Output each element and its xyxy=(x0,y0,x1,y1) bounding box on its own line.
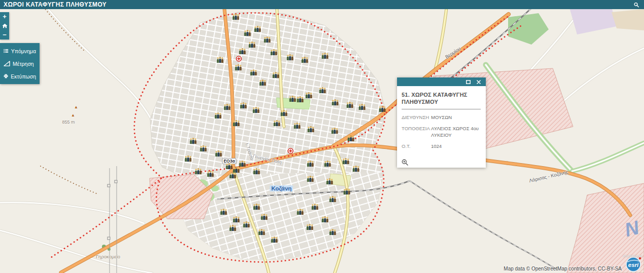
refuge-area-marker[interactable] xyxy=(235,63,242,72)
sidebar-item-print[interactable]: Εκτύπωση xyxy=(0,70,40,83)
crowd-icon xyxy=(261,213,268,220)
crowd-icon xyxy=(200,145,207,151)
crowd-icon xyxy=(264,36,271,43)
popup-maximize-button[interactable] xyxy=(465,79,471,85)
refuge-area-marker[interactable] xyxy=(301,56,309,65)
first-aid-marker[interactable] xyxy=(236,55,242,64)
refuge-area-marker[interactable] xyxy=(287,53,294,62)
map-attribution: Map data © OpenStreetMap contributors, C… xyxy=(504,266,622,271)
refuge-area-marker[interactable] xyxy=(207,170,214,179)
refuge-area-marker[interactable] xyxy=(214,111,222,121)
crowd-icon xyxy=(215,150,223,157)
crowd-icon xyxy=(346,101,354,108)
crowd-icon xyxy=(319,87,327,93)
refuge-area-marker[interactable] xyxy=(232,13,240,22)
refuge-area-marker[interactable] xyxy=(347,134,355,143)
popup-close-button[interactable] xyxy=(476,79,482,85)
refuge-area-marker[interactable] xyxy=(200,144,207,153)
zoom-out-button[interactable]: − xyxy=(0,30,9,40)
crowd-icon xyxy=(307,160,314,167)
crowd-icon xyxy=(332,99,339,105)
app-header: ΧΩΡΟΙ ΚΑΤΑΦΥΓΗΣ ΠΛΗΘΥΣΜΟΥ xyxy=(0,0,644,9)
refuge-area-marker[interactable] xyxy=(264,35,271,45)
refuge-area-marker[interactable] xyxy=(239,160,246,169)
refuge-area-marker[interactable] xyxy=(271,236,278,245)
refuge-area-marker[interactable] xyxy=(280,109,288,118)
refuge-area-marker[interactable] xyxy=(329,228,337,237)
crowd-icon xyxy=(359,103,366,110)
refuge-area-marker[interactable] xyxy=(217,56,224,65)
refuge-area-marker[interactable] xyxy=(332,98,339,107)
refuge-area-marker[interactable] xyxy=(233,215,240,224)
refuge-area-marker[interactable] xyxy=(224,103,231,112)
refuge-area-marker[interactable] xyxy=(229,171,237,180)
home-button[interactable] xyxy=(0,21,9,30)
refuge-area-marker[interactable] xyxy=(250,68,258,77)
refuge-area-marker[interactable] xyxy=(220,208,228,217)
first-aid-marker[interactable] xyxy=(288,147,294,156)
refuge-area-marker[interactable] xyxy=(243,220,251,229)
svg-text:esri: esri xyxy=(628,262,639,268)
refuge-area-marker[interactable] xyxy=(253,106,260,115)
refuge-area-marker[interactable] xyxy=(289,95,297,104)
refuge-area-marker[interactable] xyxy=(305,91,313,100)
refuge-area-marker[interactable] xyxy=(297,95,304,104)
field-value: 1024 xyxy=(431,143,442,149)
refuge-area-marker[interactable] xyxy=(226,162,233,171)
refuge-area-marker[interactable] xyxy=(253,167,261,176)
refuge-area-marker[interactable] xyxy=(307,175,314,184)
refuge-area-marker[interactable] xyxy=(331,127,339,136)
refuge-area-marker[interactable] xyxy=(329,195,337,204)
refuge-area-marker[interactable] xyxy=(294,122,301,131)
refuge-area-marker[interactable] xyxy=(258,228,266,237)
refuge-area-marker[interactable] xyxy=(233,119,240,128)
crowd-icon xyxy=(306,223,314,230)
crowd-icon xyxy=(232,13,240,20)
zoom-to-feature-button[interactable] xyxy=(402,159,408,167)
refuge-area-marker[interactable] xyxy=(273,119,281,128)
refuge-area-marker[interactable] xyxy=(270,48,278,57)
refuge-area-marker[interactable] xyxy=(185,154,192,164)
refuge-area-marker[interactable] xyxy=(324,160,332,169)
refuge-area-marker[interactable] xyxy=(254,25,262,34)
refuge-area-marker[interactable] xyxy=(195,167,202,176)
refuge-area-marker[interactable] xyxy=(297,208,304,217)
refuge-area-marker[interactable] xyxy=(240,101,247,110)
refuge-area-marker[interactable] xyxy=(272,71,280,80)
crowd-icon xyxy=(321,52,329,59)
refuge-area-marker[interactable] xyxy=(342,157,350,166)
refuge-area-marker[interactable] xyxy=(259,79,267,88)
refuge-area-marker[interactable] xyxy=(311,203,319,212)
refuge-area-marker[interactable] xyxy=(190,137,197,146)
refuge-area-marker[interactable] xyxy=(346,101,354,110)
refuge-area-marker[interactable] xyxy=(229,224,237,233)
refuge-area-marker[interactable] xyxy=(359,103,366,112)
refuge-area-marker[interactable] xyxy=(253,203,261,212)
powered-by-label: POWERED BY xyxy=(623,255,642,258)
refuge-area-marker[interactable] xyxy=(352,165,360,174)
refuge-area-marker[interactable] xyxy=(321,52,329,61)
refuge-area-marker[interactable] xyxy=(261,213,268,222)
search-button[interactable] xyxy=(631,0,642,9)
refuge-area-marker[interactable] xyxy=(307,160,314,169)
refuge-area-marker[interactable] xyxy=(306,223,314,232)
home-icon xyxy=(2,23,8,28)
refuge-area-marker[interactable] xyxy=(215,149,223,159)
map-canvas[interactable] xyxy=(0,0,644,273)
refuge-area-marker[interactable] xyxy=(321,215,329,224)
refuge-area-marker[interactable] xyxy=(248,41,256,50)
popup-field-row: Ο.Τ. 1024 xyxy=(402,143,481,149)
crowd-icon xyxy=(235,64,242,70)
refuge-area-marker[interactable] xyxy=(343,187,351,197)
refuge-area-marker[interactable] xyxy=(326,177,334,186)
crowd-icon xyxy=(294,122,301,129)
zoom-in-button[interactable]: + xyxy=(0,12,9,21)
refuge-area-marker[interactable] xyxy=(319,86,327,95)
refuge-area-marker[interactable] xyxy=(244,29,252,38)
field-value: ΜΟΥΣΩΝ xyxy=(431,114,452,121)
refuge-area-marker[interactable] xyxy=(379,105,386,114)
sidebar-item-legend[interactable]: Υπόμνημα xyxy=(0,45,40,57)
zoom-out-label: − xyxy=(3,30,7,40)
sidebar-item-measure[interactable]: Μέτρηση xyxy=(0,57,40,70)
refuge-area-marker[interactable] xyxy=(307,125,315,134)
